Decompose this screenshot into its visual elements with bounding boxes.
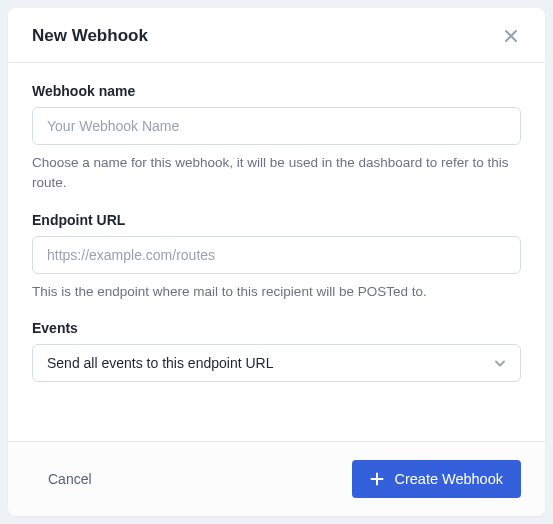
events-select-wrap: Send all events to this endpoint URL [32, 344, 521, 382]
endpoint-url-input[interactable] [32, 236, 521, 274]
modal-header: New Webhook [8, 8, 545, 63]
create-webhook-label: Create Webhook [394, 471, 503, 487]
new-webhook-modal: New Webhook Webhook name Choose a name f… [8, 8, 545, 516]
endpoint-url-label: Endpoint URL [32, 212, 521, 228]
webhook-name-group: Webhook name Choose a name for this webh… [32, 83, 521, 194]
modal-footer: Cancel Create Webhook [8, 441, 545, 516]
events-select[interactable]: Send all events to this endpoint URL [32, 344, 521, 382]
cancel-button[interactable]: Cancel [32, 463, 108, 495]
webhook-name-label: Webhook name [32, 83, 521, 99]
plus-icon [370, 472, 384, 486]
modal-body: Webhook name Choose a name for this webh… [8, 63, 545, 441]
endpoint-url-group: Endpoint URL This is the endpoint where … [32, 212, 521, 302]
close-button[interactable] [501, 26, 521, 46]
webhook-name-help: Choose a name for this webhook, it will … [32, 153, 521, 194]
modal-title: New Webhook [32, 26, 148, 46]
events-label: Events [32, 320, 521, 336]
events-group: Events Send all events to this endpoint … [32, 320, 521, 382]
endpoint-url-help: This is the endpoint where mail to this … [32, 282, 521, 302]
create-webhook-button[interactable]: Create Webhook [352, 460, 521, 498]
webhook-name-input[interactable] [32, 107, 521, 145]
close-icon [503, 28, 519, 44]
